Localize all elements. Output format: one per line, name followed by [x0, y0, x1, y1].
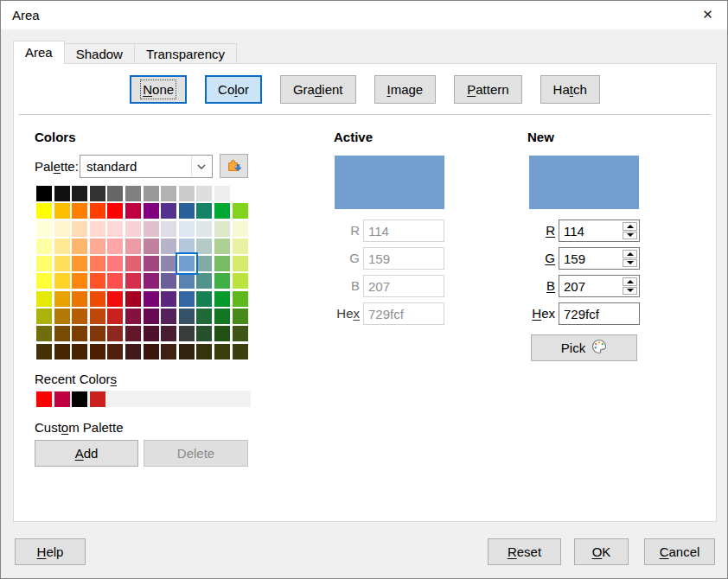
palette-swatch[interactable] [107, 256, 123, 271]
palette-swatch[interactable] [90, 309, 105, 324]
palette-swatch[interactable] [90, 221, 105, 237]
palette-swatch[interactable] [54, 239, 70, 254]
palette-swatch[interactable] [36, 256, 52, 271]
palette-swatch[interactable] [214, 239, 230, 254]
palette-swatch[interactable] [144, 291, 159, 307]
palette-swatch[interactable] [179, 326, 195, 341]
palette-swatch[interactable] [144, 309, 159, 324]
palette-swatch[interactable] [125, 239, 141, 254]
palette-swatch[interactable] [125, 186, 141, 201]
cancel-button[interactable]: Cancel [644, 538, 715, 565]
palette-swatch[interactable] [107, 344, 123, 359]
palette-swatch[interactable] [179, 239, 195, 254]
palette-swatch[interactable] [72, 273, 87, 289]
palette-swatch[interactable] [214, 291, 230, 307]
palette-swatch[interactable] [233, 309, 248, 324]
fill-type-gradient-button[interactable]: Gradient [280, 75, 356, 104]
palette-swatch[interactable] [90, 273, 105, 289]
palette-swatch[interactable] [90, 239, 105, 254]
palette-swatch[interactable] [179, 186, 195, 201]
palette-swatch[interactable] [36, 186, 52, 201]
tab-transparency[interactable]: Transparency [134, 43, 237, 64]
palette-swatch[interactable] [54, 291, 70, 307]
palette-swatch-selected[interactable] [179, 256, 195, 271]
ok-button[interactable]: OK [574, 538, 629, 565]
palette-swatch[interactable] [54, 221, 70, 237]
palette-swatch[interactable] [54, 326, 70, 341]
recent-color-swatch[interactable] [54, 391, 70, 407]
palette-swatch[interactable] [233, 239, 248, 254]
palette-swatch[interactable] [233, 256, 248, 271]
chevron-down-icon[interactable] [191, 156, 211, 176]
palette-swatch[interactable] [36, 309, 52, 324]
palette-swatch[interactable] [214, 203, 230, 219]
palette-swatch[interactable] [90, 256, 105, 271]
palette-swatch[interactable] [125, 291, 141, 307]
palette-swatch[interactable] [179, 203, 195, 219]
palette-swatch[interactable] [144, 273, 159, 289]
palette-swatch[interactable] [196, 344, 212, 359]
palette-swatch[interactable] [179, 291, 195, 307]
recent-color-swatch[interactable] [36, 391, 52, 407]
palette-swatch[interactable] [125, 344, 141, 359]
palette-swatch[interactable] [214, 326, 230, 341]
palette-swatch[interactable] [36, 273, 52, 289]
fill-type-none-button[interactable]: None [130, 75, 187, 104]
help-button[interactable]: Help [15, 538, 86, 565]
palette-swatch[interactable] [144, 326, 159, 341]
palette-swatch[interactable] [107, 326, 123, 341]
palette-swatch[interactable] [233, 344, 248, 359]
palette-swatch[interactable] [36, 221, 52, 237]
palette-swatch[interactable] [214, 309, 230, 324]
palette-swatch[interactable] [107, 221, 123, 237]
palette-swatch[interactable] [144, 203, 159, 219]
spin-up-button[interactable] [623, 250, 637, 258]
spin-up-button[interactable] [623, 222, 637, 231]
palette-swatch[interactable] [144, 186, 159, 201]
palette-swatch[interactable] [214, 256, 230, 271]
palette-swatch[interactable] [72, 239, 87, 254]
palette-swatch[interactable] [214, 344, 230, 359]
palette-swatch[interactable] [161, 256, 176, 271]
palette-swatch[interactable] [161, 221, 176, 237]
new-hex-field[interactable] [559, 302, 640, 325]
recent-color-swatch[interactable] [72, 391, 87, 407]
palette-swatch[interactable] [72, 203, 87, 219]
palette-swatch[interactable] [196, 221, 212, 237]
palette-swatch[interactable] [72, 326, 87, 341]
palette-swatch[interactable] [107, 291, 123, 307]
spin-down-button[interactable] [623, 232, 637, 240]
palette-swatch[interactable] [196, 203, 212, 219]
palette-swatch[interactable] [125, 221, 141, 237]
palette-swatch[interactable] [196, 239, 212, 254]
palette-swatch[interactable] [36, 344, 52, 359]
palette-swatch[interactable] [72, 221, 87, 237]
palette-swatch[interactable] [233, 291, 248, 307]
palette-swatch[interactable] [125, 203, 141, 219]
reset-button[interactable]: Reset [488, 538, 561, 565]
palette-swatch[interactable] [144, 344, 159, 359]
palette-swatch[interactable] [161, 239, 176, 254]
palette-swatch[interactable] [72, 186, 87, 201]
palette-swatch[interactable] [90, 326, 105, 341]
palette-swatch[interactable] [90, 186, 105, 201]
palette-swatch[interactable] [36, 326, 52, 341]
recent-color-swatch[interactable] [90, 391, 105, 407]
palette-swatch[interactable] [36, 239, 52, 254]
palette-swatch[interactable] [125, 273, 141, 289]
spin-down-button[interactable] [623, 287, 637, 296]
palette-swatch[interactable] [72, 344, 87, 359]
palette-swatch[interactable] [36, 291, 52, 307]
palette-swatch[interactable] [36, 203, 52, 219]
palette-swatch[interactable] [161, 344, 176, 359]
palette-swatch[interactable] [233, 186, 248, 201]
palette-swatch[interactable] [161, 186, 176, 201]
palette-swatch[interactable] [214, 273, 230, 289]
palette-swatch[interactable] [144, 221, 159, 237]
palette-swatch[interactable] [107, 273, 123, 289]
palette-swatch[interactable] [214, 186, 230, 201]
palette-swatch[interactable] [161, 203, 176, 219]
palette-swatch[interactable] [125, 326, 141, 341]
palette-swatch[interactable] [179, 273, 195, 289]
palette-swatch[interactable] [144, 239, 159, 254]
